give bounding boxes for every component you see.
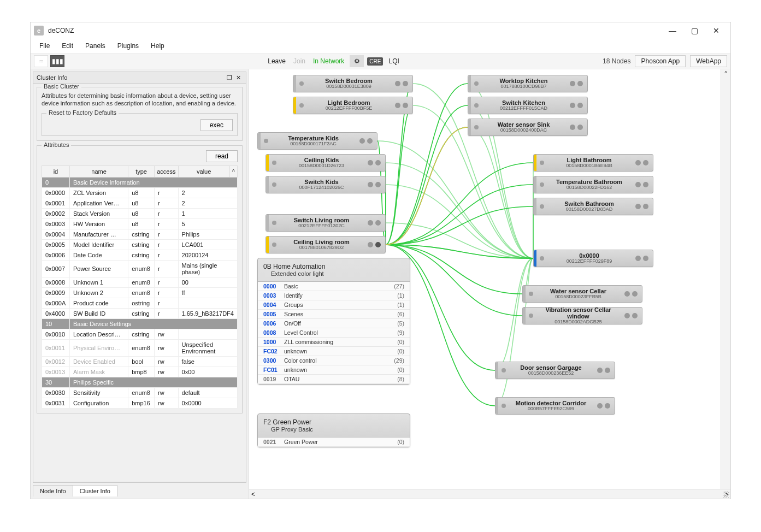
attr-row[interactable]: 0x0009 Unknown 2 enum8 r ff [42, 287, 238, 298]
attr-row[interactable]: 0x0013 Alarm Mask bmp8 rw 0x00 [42, 367, 238, 377]
lqi-label[interactable]: LQI [386, 57, 401, 65]
attr-name: Device Enabled [69, 356, 128, 367]
vertical-scrollbar[interactable]: ^ [721, 69, 730, 489]
attr-row[interactable]: 0x0031 Configuration bmp16 rw 0x0000 [42, 398, 238, 408]
node-box[interactable]: 0x000000212EFFFF029F89 [533, 250, 653, 267]
attr-row[interactable]: 0x0004 Manufacturer … cstring r Philips [42, 229, 238, 239]
cluster-row[interactable]: 0005 Scenes (6) [258, 310, 410, 319]
menu-plugins[interactable]: Plugins [112, 40, 144, 52]
exec-button[interactable]: exec [200, 119, 233, 131]
node-box[interactable]: Water sensor Cellar00158D00023FFB5B [522, 285, 642, 303]
attr-row[interactable]: 0x0002 Stack Version u8 r 1 [42, 208, 238, 218]
node-box[interactable]: Vibration sensor Cellar window00158D0002… [522, 307, 642, 324]
node-endpoint-dots [395, 81, 408, 86]
attr-row[interactable]: 0x0006 Date Code cstring r 20200124 [42, 250, 238, 260]
attributes-table[interactable]: id name type access value ^ 0Basic Devic… [42, 165, 238, 409]
node-endpoint-dots [597, 368, 610, 373]
section-title: Basic Device Information [69, 177, 237, 187]
cluster-row[interactable]: 0003 Identify (1) [258, 291, 410, 300]
node-box[interactable]: Light Bedroom00212EFFFF00BF5E [293, 97, 413, 114]
node-box[interactable]: Switch Living room00212EFFFF01302C [266, 214, 386, 232]
cluster-row[interactable]: 0021 Green Power (0) [258, 438, 410, 447]
cluster-row[interactable]: 0004 Groups (1) [258, 300, 410, 310]
join-button[interactable]: Join [291, 57, 308, 65]
attr-row[interactable]: 0x0007 Power Source enum8 r Mains (singl… [42, 260, 238, 277]
node-box[interactable]: Water sensor Sink00158D0002400DAC [468, 119, 588, 136]
node-endpoint-dots [597, 403, 610, 409]
node-address: 00212EFFFF00BF5E [307, 106, 391, 111]
scroll-left-icon[interactable]: < [251, 490, 255, 498]
menu-panels[interactable]: Panels [80, 40, 111, 52]
attr-row[interactable]: 0x4000 SW Build ID cstring r 1.65.9_hB32… [42, 308, 238, 318]
cluster-name: OTAU [284, 376, 397, 382]
cre-badge[interactable]: CRE [367, 57, 383, 66]
col-access[interactable]: access [155, 165, 179, 177]
attr-row[interactable]: 0x0010 Location Descri… cstring rw [42, 329, 238, 339]
webapp-button[interactable]: WebApp [690, 55, 727, 67]
close-button[interactable]: ✕ [705, 23, 727, 38]
attr-row[interactable]: 0x0005 Model Identifier cstring r LCA001 [42, 239, 238, 250]
node-box[interactable]: Switch Kitchen00212EFFFF015CAD [468, 97, 588, 114]
attr-row[interactable]: 0x0001 Application Ver… u8 r 2 [42, 198, 238, 208]
attr-row[interactable]: 0x0000 ZCL Version u8 r 2 [42, 187, 238, 198]
attr-value: false [178, 356, 237, 367]
node-box[interactable]: Switch Bedroom00158D00031E3809 [293, 75, 413, 92]
menu-help[interactable]: Help [145, 40, 170, 52]
dock-float-icon[interactable]: ❐ [225, 73, 234, 82]
attr-type: u8 [128, 208, 155, 218]
attr-value [178, 298, 237, 308]
cluster-panel[interactable]: 0B Home Automation Extended color light … [257, 258, 410, 385]
cluster-row[interactable]: 0000 Basic (27) [258, 282, 410, 291]
node-status-dot [540, 204, 544, 209]
node-box[interactable]: Temperature Kids00158D000171F3AC [257, 132, 377, 150]
cluster-row[interactable]: 0006 On/Off (5) [258, 319, 410, 328]
node-status-dot [272, 161, 276, 165]
cluster-row[interactable]: FC02 unknown (0) [258, 347, 410, 356]
leave-button[interactable]: Leave [266, 57, 288, 65]
minimize-button[interactable]: — [662, 23, 683, 38]
col-name[interactable]: name [69, 165, 128, 177]
cluster-row[interactable]: FC01 unknown (0) [258, 365, 410, 375]
attr-row[interactable]: 0x0030 Sensitivity enum8 rw default [42, 387, 238, 398]
cluster-row[interactable]: 0008 Level Control (9) [258, 328, 410, 338]
attr-name: ZCL Version [69, 187, 128, 198]
phoscon-app-button[interactable]: Phoscon App [635, 55, 686, 67]
cluster-row[interactable]: 0300 Color control (29) [258, 356, 410, 365]
col-type[interactable]: type [128, 165, 155, 177]
tab-node-info[interactable]: Node Info [33, 485, 73, 496]
attr-row[interactable]: 0x0008 Unknown 1 enum8 r 00 [42, 277, 238, 287]
cluster-name: unknown [284, 348, 397, 354]
resize-grip[interactable] [723, 491, 729, 498]
cluster-row[interactable]: 0019 OTAU (8) [258, 375, 410, 384]
menu-edit[interactable]: Edit [56, 40, 79, 52]
node-box[interactable]: Motion detector Corridor000B57FFFE92C599 [495, 397, 615, 415]
maximize-button[interactable]: ▢ [683, 23, 705, 38]
attr-row[interactable]: 0x000A Product code ostring r [42, 298, 238, 308]
network-icon[interactable]: ⚙ [350, 55, 364, 67]
node-box[interactable]: Temperature Bathroom00158D00022FD162 [533, 176, 653, 193]
cluster-id: 1000 [263, 339, 284, 345]
node-address: 00212EFFFF01302C [280, 223, 363, 229]
col-id[interactable]: id [42, 165, 70, 177]
menu-file[interactable]: File [34, 40, 55, 52]
col-value[interactable]: value [178, 165, 229, 177]
node-box[interactable]: Worktop Kitchen0017880100CD98B7 [468, 75, 588, 92]
attr-row[interactable]: 0x0003 HW Version u8 r 5 [42, 218, 238, 229]
cluster-row[interactable]: 1000 ZLL commissioning (0) [258, 338, 410, 347]
tab-cluster-info[interactable]: Cluster Info [73, 485, 117, 496]
node-box[interactable]: Door sensor Gargage00158D000236EE52 [495, 362, 615, 379]
bars-icon[interactable]: ▮▮▮ [50, 55, 64, 67]
node-stripe [534, 198, 536, 215]
read-button[interactable]: read [206, 150, 238, 162]
node-box[interactable]: Switch Bathroom00158D00027D83AD [533, 198, 653, 215]
node-box[interactable]: Ceiling Living room00178801067829D2 [266, 236, 386, 253]
node-box[interactable]: Switch Kids000F17124102026C [266, 176, 386, 193]
attr-row[interactable]: 0x0012 Device Enabled bool rw false [42, 356, 238, 367]
node-box[interactable]: Ceiling Kids00158D0001D26723 [266, 154, 386, 172]
dock-close-icon[interactable]: ✕ [234, 73, 243, 82]
attr-access: r [155, 208, 179, 218]
plug-icon[interactable]: ⎓ [34, 55, 48, 67]
attr-row[interactable]: 0x0011 Physical Enviro… enum8 rw Unspeci… [42, 339, 238, 356]
cluster-panel[interactable]: F2 Green Power GP Proxy Basic 0021 Green… [257, 413, 410, 447]
node-box[interactable]: Light Bathroom00158D0001B6E94B [533, 154, 653, 172]
